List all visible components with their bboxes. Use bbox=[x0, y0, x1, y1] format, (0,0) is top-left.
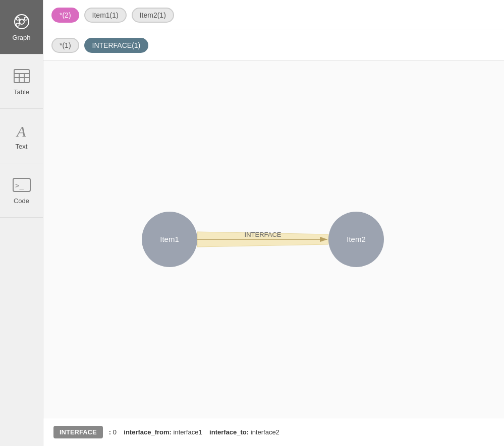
svg-point-0 bbox=[15, 15, 29, 29]
sidebar-label-code: Code bbox=[14, 197, 29, 205]
status-badge: INTERFACE bbox=[53, 426, 103, 438]
text-icon: A bbox=[13, 121, 31, 140]
edge-label: INTERFACE bbox=[245, 231, 282, 238]
graph-svg: INTERFACE Item1 Item2 bbox=[43, 60, 504, 418]
status-text: : 0 interface_from: interface1 interface… bbox=[109, 428, 279, 436]
svg-point-2 bbox=[16, 17, 19, 20]
main-content: *(2) Item1(1) Item2(1) *(1) INTERFACE(1) bbox=[43, 0, 504, 446]
sidebar-label-table: Table bbox=[14, 88, 29, 96]
svg-rect-8 bbox=[14, 70, 29, 83]
graph-icon bbox=[13, 13, 31, 31]
code-icon: >_ bbox=[13, 176, 31, 194]
filter-chip-interface[interactable]: INTERFACE(1) bbox=[84, 38, 149, 53]
svg-text:A: A bbox=[16, 123, 26, 139]
filter-chip-item1[interactable]: Item1(1) bbox=[84, 8, 127, 23]
sidebar-label-graph: Graph bbox=[12, 34, 30, 41]
filter-chip-all[interactable]: *(2) bbox=[51, 8, 79, 23]
node-item2-label: Item2 bbox=[347, 235, 366, 243]
filter-chip-item2[interactable]: Item2(1) bbox=[132, 8, 174, 23]
sidebar-label-text: Text bbox=[16, 143, 28, 150]
filter-row-edges: *(1) INTERFACE(1) bbox=[43, 30, 504, 60]
node-item1-label: Item1 bbox=[160, 235, 179, 243]
graph-canvas[interactable]: INTERFACE Item1 Item2 bbox=[43, 60, 504, 418]
filter-chip-all-rel[interactable]: *(1) bbox=[51, 38, 79, 53]
sidebar: Graph Table A Text >_ Cod bbox=[0, 0, 43, 446]
table-icon bbox=[13, 67, 31, 85]
svg-point-3 bbox=[24, 17, 27, 20]
svg-text:>_: >_ bbox=[15, 181, 24, 190]
filter-row-nodes: *(2) Item1(1) Item2(1) bbox=[43, 0, 504, 30]
svg-point-4 bbox=[16, 23, 19, 26]
sidebar-item-graph[interactable]: Graph bbox=[0, 0, 43, 54]
sidebar-item-text[interactable]: A Text bbox=[0, 109, 43, 163]
sidebar-item-code[interactable]: >_ Code bbox=[0, 163, 43, 218]
sidebar-item-table[interactable]: Table bbox=[0, 54, 43, 109]
status-bar: INTERFACE : 0 interface_from: interface1… bbox=[43, 418, 504, 446]
